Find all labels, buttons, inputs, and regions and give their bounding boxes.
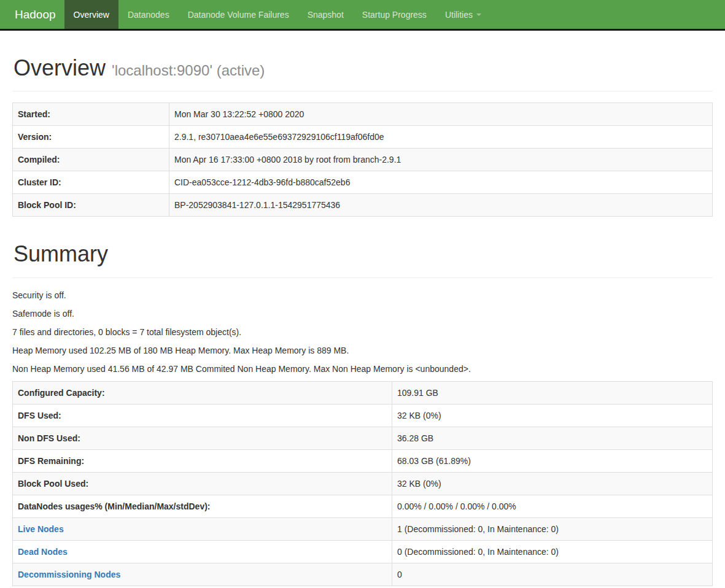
dead-nodes-link[interactable]: Dead Nodes	[18, 547, 68, 557]
top-navbar: Hadoop Overview Datanodes Datanode Volum…	[0, 0, 725, 31]
overview-row-label: Started:	[13, 103, 169, 126]
navbar-menu: Overview Datanodes Datanode Volume Failu…	[64, 0, 490, 29]
nav-link-snapshot[interactable]: Snapshot	[298, 0, 353, 29]
overview-divider	[12, 91, 713, 91]
summary-non-heap-memory: Non Heap Memory used 41.56 MB of 42.97 M…	[12, 363, 713, 375]
summary-filesystem-objects: 7 files and directories, 0 blocks = 7 to…	[12, 326, 713, 338]
table-row: Block Pool ID: BP-2052903841-127.0.1.1-1…	[13, 194, 713, 217]
nav-link-overview[interactable]: Overview	[64, 0, 118, 29]
overview-row-value: Mon Mar 30 13:22:52 +0800 2020	[169, 103, 713, 126]
nav-item-snapshot: Snapshot	[298, 0, 353, 29]
overview-info-table: Started: Mon Mar 30 13:22:52 +0800 2020 …	[12, 103, 713, 217]
table-row: Non DFS Used: 36.28 GB	[13, 427, 713, 449]
summary-row-label: DFS Remaining:	[13, 449, 392, 472]
overview-row-label: Cluster ID:	[13, 171, 169, 194]
summary-row-value: 0.00% / 0.00% / 0.00% / 0.00%	[392, 495, 713, 517]
summary-row-value: 109.91 GB	[392, 381, 713, 404]
table-row: Decommissioning Nodes 0	[13, 563, 713, 586]
summary-row-label: Live Nodes	[13, 517, 392, 540]
nav-link-startup-progress[interactable]: Startup Progress	[353, 0, 436, 29]
caret-down-icon	[476, 14, 481, 16]
nav-link-utilities-label: Utilities	[445, 10, 473, 20]
summary-heap-memory: Heap Memory used 102.25 MB of 180 MB Hea…	[12, 344, 713, 357]
nav-item-startup-progress: Startup Progress	[353, 0, 436, 29]
overview-row-label: Version:	[13, 126, 169, 149]
nav-link-datanode-volume-failures[interactable]: Datanode Volume Failures	[179, 0, 298, 29]
overview-title-text: Overview	[14, 55, 106, 80]
table-row: DFS Used: 32 KB (0%)	[13, 404, 713, 427]
summary-row-value: 32 KB (0%)	[392, 472, 713, 495]
table-row: Cluster ID: CID-ea053cce-1212-4db3-96fd-…	[13, 171, 713, 194]
summary-row-value: 0 (Decommissioned: 0, In Maintenance: 0)	[392, 540, 713, 563]
table-row: DFS Remaining: 68.03 GB (61.89%)	[13, 449, 713, 472]
summary-row-label: Block Pool Used:	[13, 472, 392, 495]
summary-divider	[12, 277, 713, 278]
nav-item-datanodes: Datanodes	[118, 0, 179, 29]
nav-item-datanode-volume-failures: Datanode Volume Failures	[179, 0, 298, 29]
summary-row-value: 0	[392, 563, 713, 586]
table-row: Started: Mon Mar 30 13:22:52 +0800 2020	[13, 103, 713, 126]
table-row: Compiled: Mon Apr 16 17:33:00 +0800 2018…	[13, 149, 713, 171]
overview-row-value: Mon Apr 16 17:33:00 +0800 2018 by root f…	[169, 149, 713, 171]
summary-safemode-status: Safemode is off.	[12, 308, 713, 320]
nav-item-utilities: Utilities	[436, 0, 490, 29]
table-row: DataNodes usages% (Min/Median/Max/stdDev…	[13, 495, 713, 517]
table-row: Dead Nodes 0 (Decommissioned: 0, In Main…	[13, 540, 713, 563]
overview-row-value: CID-ea053cce-1212-4db3-96fd-b880caf52eb6	[169, 171, 713, 194]
brand-hadoop[interactable]: Hadoop	[0, 0, 64, 29]
overview-subtitle: 'localhost:9090' (active)	[112, 62, 265, 79]
overview-section-title: Overview 'localhost:9090' (active)	[14, 56, 713, 80]
table-row: Block Pool Used: 32 KB (0%)	[13, 472, 713, 495]
summary-text-block: Security is off. Safemode is off. 7 file…	[12, 289, 713, 375]
summary-section-title: Summary	[14, 242, 713, 266]
summary-row-label: Configured Capacity:	[13, 381, 392, 404]
summary-row-value: 68.03 GB (61.89%)	[392, 449, 713, 472]
overview-row-label: Compiled:	[13, 149, 169, 171]
live-nodes-link[interactable]: Live Nodes	[18, 524, 64, 534]
summary-row-label: Non DFS Used:	[13, 427, 392, 449]
summary-row-label: DFS Used:	[13, 404, 392, 427]
overview-row-value: 2.9.1, re30710aea4e6e55e69372929106cf119…	[169, 126, 713, 149]
overview-row-label: Block Pool ID:	[13, 194, 169, 217]
summary-row-label: Decommissioning Nodes	[13, 563, 392, 586]
decommissioning-nodes-link[interactable]: Decommissioning Nodes	[18, 570, 120, 579]
summary-row-value: 32 KB (0%)	[392, 404, 713, 427]
summary-row-label: DataNodes usages% (Min/Median/Max/stdDev…	[13, 495, 392, 517]
nav-link-utilities-dropdown[interactable]: Utilities	[436, 0, 490, 29]
nav-link-datanodes[interactable]: Datanodes	[118, 0, 179, 29]
overview-row-value: BP-2052903841-127.0.1.1-1542951775436	[169, 194, 713, 217]
summary-row-value: 36.28 GB	[392, 427, 713, 449]
table-row: Live Nodes 1 (Decommissioned: 0, In Main…	[13, 517, 713, 540]
nav-item-overview: Overview	[64, 0, 118, 29]
summary-stats-table: Configured Capacity: 109.91 GB DFS Used:…	[12, 381, 713, 586]
summary-row-value: 1 (Decommissioned: 0, In Maintenance: 0)	[392, 517, 713, 540]
table-row: Configured Capacity: 109.91 GB	[13, 381, 713, 404]
summary-security-status: Security is off.	[12, 289, 713, 301]
summary-row-label: Dead Nodes	[13, 540, 392, 563]
page-content: Overview 'localhost:9090' (active) Start…	[0, 56, 725, 586]
table-row: Version: 2.9.1, re30710aea4e6e55e6937292…	[13, 126, 713, 149]
